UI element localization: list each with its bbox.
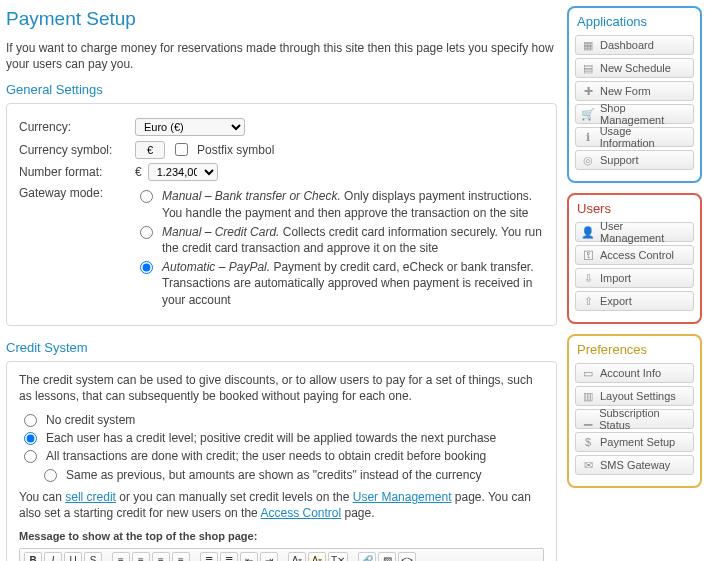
sidebar-item-export[interactable]: ⇧Export — [575, 291, 694, 311]
link-button[interactable]: 🔗 — [358, 552, 376, 561]
layout-icon: ▥ — [582, 390, 594, 402]
gateway-mode-title-0: Manual – Bank transfer or Check. — [162, 189, 341, 203]
gateway-mode-title-2: Automatic – PayPal. — [162, 260, 270, 274]
cart-icon: 🛒 — [582, 108, 594, 120]
sidebar-item-subscription-status[interactable]: ▁Subscription Status — [575, 409, 694, 429]
credit-intro: The credit system can be used to give di… — [19, 372, 544, 404]
import-icon: ⇩ — [582, 272, 594, 284]
credit-option-all[interactable] — [24, 450, 37, 463]
sidebar-item-payment-setup[interactable]: $Payment Setup — [575, 432, 694, 452]
number-format-select[interactable]: 1.234,00 — [148, 163, 218, 181]
clear-format-button[interactable]: T✕ — [328, 552, 348, 561]
key-icon: ⚿ — [582, 249, 594, 261]
bold-button[interactable]: B — [24, 552, 42, 561]
underline-button[interactable]: U — [64, 552, 82, 561]
source-button[interactable]: <> — [398, 552, 416, 561]
plus-icon: ✚ — [582, 85, 594, 97]
credit-option-label-1: Each user has a credit level; positive c… — [46, 430, 496, 446]
sidebar-applications-title: Applications — [577, 14, 694, 29]
align-left-button[interactable]: ≡ — [112, 552, 130, 561]
life-ring-icon: ◎ — [582, 154, 594, 166]
postfix-symbol-checkbox[interactable] — [175, 143, 188, 156]
signal-icon: ▁ — [582, 413, 593, 425]
card-icon: ▭ — [582, 367, 594, 379]
sidebar-item-user-management[interactable]: 👤User Management — [575, 222, 694, 242]
image-button[interactable]: ▧ — [378, 552, 396, 561]
sidebar-item-shop-management[interactable]: 🛒Shop Management — [575, 104, 694, 124]
currency-label: Currency: — [19, 119, 129, 135]
sidebar-item-dashboard[interactable]: ▦Dashboard — [575, 35, 694, 55]
rich-text-editor: B I U S ≡ ≡ ≡ ≡ ≣ ≣ ⇤ ⇥ A▾ A▾ — [19, 548, 544, 561]
user-management-link[interactable]: User Management — [353, 490, 452, 504]
sidebar-item-access-control[interactable]: ⚿Access Control — [575, 245, 694, 265]
export-icon: ⇧ — [582, 295, 594, 307]
access-control-link[interactable]: Access Control — [260, 506, 341, 520]
number-format-prefix: € — [135, 164, 142, 180]
sidebar-item-sms-gateway[interactable]: ✉SMS Gateway — [575, 455, 694, 475]
list-ul-button[interactable]: ≣ — [200, 552, 218, 561]
sidebar-preferences-title: Preferences — [577, 342, 694, 357]
italic-button[interactable]: I — [44, 552, 62, 561]
gateway-mode-radio-manual-cc[interactable] — [140, 226, 153, 239]
sidebar-item-account-info[interactable]: ▭Account Info — [575, 363, 694, 383]
money-icon: $ — [582, 436, 594, 448]
strike-button[interactable]: S — [84, 552, 102, 561]
postfix-symbol-label: Postfix symbol — [197, 142, 274, 158]
credit-option-label-0: No credit system — [46, 412, 135, 428]
chat-icon: ✉ — [582, 459, 594, 471]
shop-message-label: Message to show at the top of the shop p… — [19, 529, 544, 544]
sidebar: Applications ▦Dashboard ▤New Schedule ✚N… — [567, 6, 702, 561]
credit-system-panel: The credit system can be used to give di… — [6, 361, 557, 561]
sidebar-item-import[interactable]: ⇩Import — [575, 268, 694, 288]
outdent-button[interactable]: ⇤ — [240, 552, 258, 561]
align-center-button[interactable]: ≡ — [132, 552, 150, 561]
sidebar-users-title: Users — [577, 201, 694, 216]
number-format-label: Number format: — [19, 164, 129, 180]
page-intro: If you want to charge money for reservat… — [6, 40, 557, 72]
sidebar-item-support[interactable]: ◎Support — [575, 150, 694, 170]
page-title: Payment Setup — [6, 8, 557, 30]
credit-system-heading: Credit System — [6, 340, 557, 355]
credit-note: You can sell credit or you can manually … — [19, 489, 544, 521]
bg-color-button[interactable]: A▾ — [308, 552, 326, 561]
indent-button[interactable]: ⇥ — [260, 552, 278, 561]
editor-toolbar: B I U S ≡ ≡ ≡ ≡ ≣ ≣ ⇤ ⇥ A▾ A▾ — [20, 549, 543, 561]
sidebar-users: Users 👤User Management ⚿Access Control ⇩… — [567, 193, 702, 324]
credit-options: No credit system Each user has a credit … — [19, 412, 544, 483]
credit-option-label-3: Same as previous, but amounts are shown … — [66, 467, 481, 483]
sidebar-item-new-schedule[interactable]: ▤New Schedule — [575, 58, 694, 78]
sidebar-item-layout-settings[interactable]: ▥Layout Settings — [575, 386, 694, 406]
grid-icon: ▦ — [582, 39, 594, 51]
text-color-button[interactable]: A▾ — [288, 552, 306, 561]
main-column: Payment Setup If you want to charge mone… — [6, 6, 557, 561]
currency-symbol-input[interactable] — [135, 141, 165, 159]
sidebar-item-new-form[interactable]: ✚New Form — [575, 81, 694, 101]
person-icon: 👤 — [582, 226, 594, 238]
credit-option-none[interactable] — [24, 414, 37, 427]
gateway-mode-radio-paypal[interactable] — [140, 261, 153, 274]
gateway-mode-title-1: Manual – Credit Card. — [162, 225, 279, 239]
general-settings-panel: Currency: Euro (€) Currency symbol: Post… — [6, 103, 557, 325]
credit-option-level[interactable] — [24, 432, 37, 445]
gateway-mode-options: Manual – Bank transfer or Check. Only di… — [135, 185, 544, 310]
sidebar-applications: Applications ▦Dashboard ▤New Schedule ✚N… — [567, 6, 702, 183]
credit-option-label-2: All transactions are done with credit; t… — [46, 448, 486, 464]
align-right-button[interactable]: ≡ — [152, 552, 170, 561]
currency-symbol-label: Currency symbol: — [19, 142, 129, 158]
sidebar-item-usage-information[interactable]: ℹUsage Information — [575, 127, 694, 147]
list-ol-button[interactable]: ≣ — [220, 552, 238, 561]
gateway-mode-radio-manual-bank[interactable] — [140, 190, 153, 203]
general-settings-heading: General Settings — [6, 82, 557, 97]
info-icon: ℹ — [582, 131, 594, 143]
currency-select[interactable]: Euro (€) — [135, 118, 245, 136]
sell-credit-link[interactable]: sell credit — [65, 490, 116, 504]
credit-option-credits-label[interactable] — [44, 469, 57, 482]
sidebar-preferences: Preferences ▭Account Info ▥Layout Settin… — [567, 334, 702, 488]
calendar-icon: ▤ — [582, 62, 594, 74]
gateway-mode-label: Gateway mode: — [19, 185, 129, 201]
align-justify-button[interactable]: ≡ — [172, 552, 190, 561]
